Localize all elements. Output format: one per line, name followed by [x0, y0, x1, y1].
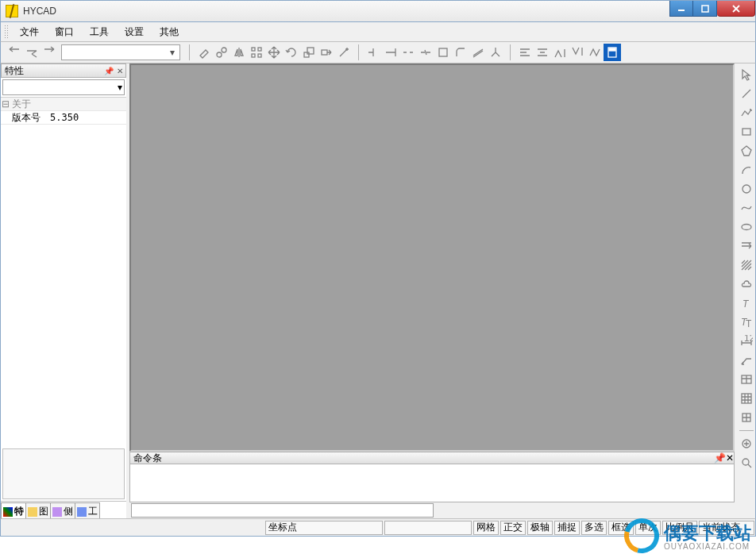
circle-icon[interactable] — [738, 180, 755, 198]
region-icon[interactable] — [738, 435, 755, 452]
object-type-selector[interactable]: ▾ — [2, 79, 125, 95]
svg-rect-7 — [258, 48, 261, 51]
arc-icon[interactable] — [738, 161, 755, 179]
maximize-button[interactable] — [693, 1, 717, 17]
erase-icon[interactable] — [195, 44, 213, 61]
block-icon[interactable] — [738, 409, 755, 426]
pin-icon[interactable]: 📌 — [714, 452, 726, 464]
layer-next-icon[interactable] — [40, 44, 58, 61]
calculator-icon[interactable] — [604, 44, 621, 61]
join-icon[interactable] — [417, 44, 434, 61]
command-input[interactable] — [131, 503, 434, 518]
wand-icon[interactable] — [335, 44, 353, 61]
align-center-icon[interactable] — [534, 44, 551, 61]
polygon-icon[interactable] — [738, 142, 755, 160]
toggle-grid[interactable]: 网格 — [473, 521, 499, 535]
stretch-icon[interactable] — [318, 44, 335, 61]
tab-properties[interactable]: 特 — [1, 502, 26, 518]
break-icon[interactable] — [399, 44, 417, 61]
command-history[interactable] — [129, 464, 735, 502]
toolbar-main: ▾ — [0, 41, 756, 63]
close-button[interactable] — [717, 1, 755, 17]
align-left-icon[interactable] — [516, 44, 534, 61]
svg-point-18 — [742, 225, 751, 230]
property-category[interactable]: ⊟ 关于 — [1, 98, 126, 111]
toolbar-separator — [358, 44, 359, 60]
layers-tab-icon — [28, 507, 37, 517]
offset-icon[interactable] — [469, 44, 487, 61]
tab-side[interactable]: 侧 — [50, 502, 75, 518]
chevron-down-icon: ▾ — [167, 47, 178, 58]
ray-icon[interactable] — [738, 237, 755, 255]
svg-rect-12 — [322, 50, 327, 55]
hatch-icon[interactable] — [738, 256, 755, 274]
toggle-scale-ruler[interactable]: 比例尺 — [662, 521, 697, 535]
layer-prev-icon[interactable] — [6, 44, 23, 61]
mirror-icon[interactable] — [230, 44, 248, 61]
distribute-icon[interactable] — [586, 44, 604, 61]
properties-panel-title: 特性 — [5, 64, 24, 78]
detail-icon[interactable] — [738, 454, 755, 471]
tab-tools[interactable]: 工 — [75, 502, 100, 518]
fillet-icon[interactable] — [452, 44, 469, 61]
panel-close-icon[interactable]: ✕ — [114, 65, 125, 76]
toggle-single[interactable]: 单次 — [635, 521, 661, 535]
menu-settings[interactable]: 设置 — [117, 23, 152, 41]
toggle-ortho[interactable]: 正交 — [500, 521, 526, 535]
property-row[interactable]: 版本号 5.350 — [1, 111, 126, 125]
array-icon[interactable] — [248, 44, 265, 61]
property-description-box — [2, 448, 125, 499]
polyline-icon[interactable] — [738, 104, 755, 121]
command-panel-header: 命令条 📌 ✕ — [129, 452, 735, 464]
ellipse-icon[interactable] — [738, 218, 755, 236]
grid-icon[interactable] — [738, 390, 755, 407]
explode-icon[interactable] — [487, 44, 504, 61]
scale-icon[interactable] — [300, 44, 318, 61]
toggle-snap[interactable]: 捕捉 — [554, 521, 580, 535]
property-key: 版本号 — [1, 111, 47, 125]
layer-down-icon[interactable] — [23, 44, 40, 61]
chevron-down-icon: ▾ — [118, 82, 122, 93]
leader-icon[interactable] — [738, 352, 755, 369]
watermark-subtext: OUYAOXIAZAI.COM — [664, 542, 751, 551]
copy-icon[interactable] — [213, 44, 230, 61]
mtext-icon[interactable]: TT — [738, 314, 755, 331]
pin-icon[interactable]: 📌 — [103, 65, 114, 76]
dimension-icon[interactable]: 12 — [738, 333, 755, 350]
title-bar: HYCAD — [0, 0, 756, 22]
menu-other[interactable]: 其他 — [152, 23, 187, 41]
toggle-multi-select[interactable]: 多选 — [581, 521, 607, 535]
toolbar-separator — [739, 430, 754, 431]
align-top-icon[interactable] — [551, 44, 569, 61]
toggle-box-select[interactable]: 框选 — [608, 521, 634, 535]
align-bottom-icon[interactable] — [569, 44, 586, 61]
svg-text:12: 12 — [744, 335, 753, 344]
spline-icon[interactable] — [738, 199, 755, 217]
extend-icon[interactable] — [382, 44, 399, 61]
toggle-polar[interactable]: 极轴 — [527, 521, 553, 535]
table-icon[interactable] — [738, 371, 755, 388]
menu-window[interactable]: 窗口 — [47, 23, 82, 41]
cloud-icon[interactable] — [738, 275, 755, 293]
rotate-icon[interactable] — [283, 44, 300, 61]
panel-close-icon[interactable]: ✕ — [726, 452, 734, 464]
line-icon[interactable] — [738, 85, 755, 102]
text-icon[interactable]: T — [738, 294, 755, 312]
collapse-icon[interactable]: ⊟ — [1, 98, 10, 110]
window-title: HYCAD — [23, 6, 56, 17]
layer-selector[interactable]: ▾ — [61, 44, 180, 60]
menu-file[interactable]: 文件 — [12, 23, 47, 41]
tab-layers[interactable]: 图 — [25, 502, 51, 518]
svg-text:T: T — [742, 298, 750, 310]
command-panel-title: 命令条 — [133, 452, 162, 465]
svg-point-27 — [742, 459, 749, 465]
pointer-icon[interactable] — [738, 66, 755, 83]
svg-rect-9 — [258, 54, 261, 57]
trim-icon[interactable] — [364, 44, 382, 61]
move-icon[interactable] — [265, 44, 283, 61]
rectangle-icon[interactable] — [738, 123, 755, 140]
menu-tools[interactable]: 工具 — [82, 23, 117, 41]
chamfer-icon[interactable] — [434, 44, 452, 61]
minimize-button[interactable] — [669, 1, 693, 17]
drawing-canvas[interactable] — [129, 63, 735, 452]
